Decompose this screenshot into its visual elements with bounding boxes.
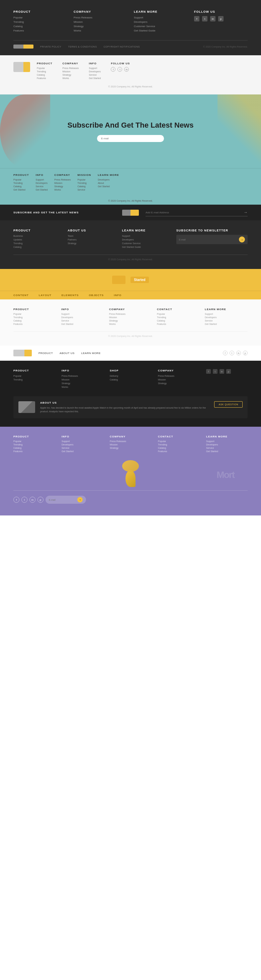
terms-link[interactable]: TERMS & CONDITIONS	[68, 46, 97, 48]
light5-info-link4[interactable]: Get Started	[61, 323, 104, 325]
light5-contact-link2[interactable]: Trending	[157, 316, 200, 318]
dark2-product-link1[interactable]: Business	[13, 235, 61, 237]
yellow-nav-content[interactable]: CONTENT	[13, 294, 29, 297]
teal-nav-info-link2[interactable]: Developers	[36, 182, 48, 184]
newsletter-email-input[interactable]	[179, 239, 239, 241]
light5-product-link4[interactable]: Features	[13, 323, 56, 325]
light5-info-link1[interactable]: Support	[61, 313, 104, 315]
yellow-nav-layout[interactable]: LAYOUT	[39, 294, 52, 297]
purple-pinterest-icon[interactable]: p	[38, 497, 43, 503]
yellow-nav-objects[interactable]: OBJECTS	[89, 294, 104, 297]
light5-contact-link3[interactable]: Catalog	[157, 320, 200, 322]
purple-contact-link1[interactable]: Popular	[158, 440, 199, 442]
dark3-info-link2[interactable]: Mission	[62, 379, 103, 381]
dark2-learn-link4[interactable]: Get Started Guide	[122, 246, 169, 248]
light5-info-link3[interactable]: Service	[61, 320, 104, 322]
newsletter-submit-button[interactable]: →	[239, 237, 245, 242]
footer-link-trending[interactable]: Trending	[13, 21, 67, 24]
dark3-shop-link1[interactable]: Delivery	[110, 375, 151, 377]
teal-nav-link-3[interactable]: Catalog	[13, 185, 29, 188]
purple-learnmore-link4[interactable]: Get Started	[206, 450, 248, 452]
purple-product-link1[interactable]: Popular	[13, 440, 55, 442]
purple-info-link3[interactable]: Service	[62, 447, 103, 449]
teal-nav-mission-link1[interactable]: Popular	[77, 178, 91, 181]
purple-search-button[interactable]: →	[77, 497, 83, 503]
teal-nav-mission-link4[interactable]: Service	[77, 189, 91, 191]
linkedin-icon[interactable]: in	[210, 16, 215, 21]
light-link-press[interactable]: Press Releases	[63, 67, 79, 69]
light5-company-link4[interactable]: Works	[109, 323, 152, 325]
footer-link-support[interactable]: Support	[134, 16, 187, 19]
ask-question-button[interactable]: ASK QUESTION	[214, 401, 243, 407]
purple-learnmore-link3[interactable]: Service	[206, 447, 248, 449]
teal-nav-company-link4[interactable]: Works	[54, 189, 71, 191]
dark3-info-link4[interactable]: Works	[62, 386, 103, 388]
purple-company-link3[interactable]: Strategy	[110, 447, 151, 449]
teal-nav-link-1[interactable]: Popular	[13, 178, 29, 181]
light5-product-link1[interactable]: Popular	[13, 313, 56, 315]
purple-contact-link3[interactable]: Catalog	[158, 447, 199, 449]
teal-nav-company-link3[interactable]: Strategy	[54, 185, 71, 188]
dark-bar-arrow-icon[interactable]: →	[244, 210, 248, 215]
pinterest-icon[interactable]: p	[218, 16, 223, 21]
light5-company-link3[interactable]: Strategy	[109, 320, 152, 322]
teal-nav-link-2[interactable]: Trending	[13, 182, 29, 184]
footer-link-mission[interactable]: Mission	[74, 21, 127, 24]
purple-twitter-icon[interactable]: t	[21, 497, 27, 503]
teal-nav-learnmore-link2[interactable]: About	[98, 182, 119, 184]
teal-nav-company-link2[interactable]: Mission	[54, 182, 71, 184]
light-twitter-icon[interactable]: t	[117, 67, 122, 72]
light5-product-link2[interactable]: Trending	[13, 316, 56, 318]
footer-link-strategy[interactable]: Strategy	[74, 25, 127, 28]
yellow-nav-info[interactable]: INFO	[114, 294, 122, 297]
facebook-icon[interactable]: f	[194, 16, 199, 21]
purple-learnmore-link2[interactable]: Developers	[206, 444, 248, 446]
dark3-shop-link2[interactable]: Catalog	[110, 379, 151, 381]
light5-contact-link4[interactable]: Features	[157, 323, 200, 325]
copyright-link[interactable]: COPYRIGHT NOTIFICATIONS	[104, 46, 140, 48]
light5-company-link1[interactable]: Press Releases	[109, 313, 152, 315]
nav-bar-product[interactable]: PRODUCT	[38, 352, 53, 355]
dark2-learn-link1[interactable]: Support	[122, 235, 169, 237]
teal-email-input[interactable]	[97, 135, 164, 142]
dark3-company-link1[interactable]: Press Releases	[158, 375, 199, 377]
purple-learnmore-link1[interactable]: Support	[206, 440, 248, 442]
teal-nav-link-4[interactable]: Get Started	[13, 189, 29, 191]
nav-facebook-icon[interactable]: f	[223, 351, 228, 355]
dark2-about-link2[interactable]: Partners	[68, 239, 115, 241]
light5-info-link2[interactable]: Developers	[61, 316, 104, 318]
footer-link-features[interactable]: Features	[13, 29, 67, 32]
footer-link-press[interactable]: Press Releases	[74, 16, 127, 19]
privacy-link[interactable]: PRIVATE POLICY	[40, 46, 62, 48]
dark3-product-link2[interactable]: Trending	[13, 379, 55, 381]
dark3-linkedin-icon[interactable]: in	[220, 369, 224, 374]
dark2-learn-link2[interactable]: Developers	[122, 239, 169, 241]
light5-learnmore-link4[interactable]: Get Started	[205, 323, 248, 325]
purple-product-link2[interactable]: Trending	[13, 444, 55, 446]
dark2-about-link1[interactable]: Team	[68, 235, 115, 237]
purple-contact-link4[interactable]: Features	[158, 450, 199, 452]
purple-product-link3[interactable]: Catalog	[13, 447, 55, 449]
dark2-product-link2[interactable]: Updates	[13, 239, 61, 241]
light5-learnmore-link1[interactable]: Support	[205, 313, 248, 315]
footer-link-getstarted[interactable]: Get Started Guide	[134, 29, 187, 32]
teal-nav-info-link1[interactable]: Support	[36, 178, 48, 181]
dark3-info-link3[interactable]: Strategy	[62, 382, 103, 385]
dark2-about-link3[interactable]: Strategy	[68, 242, 115, 245]
light-link-devs[interactable]: Developers	[89, 70, 101, 73]
dark2-product-link3[interactable]: Trending	[13, 242, 61, 245]
purple-product-link4[interactable]: Features	[13, 450, 55, 452]
light-link-support[interactable]: Support	[89, 67, 101, 69]
nav-twitter-icon[interactable]: t	[229, 351, 234, 355]
dark3-product-link1[interactable]: Popular	[13, 375, 55, 377]
light5-learnmore-link3[interactable]: Service	[205, 320, 248, 322]
footer-link-devs[interactable]: Developers	[134, 21, 187, 24]
dark3-twitter-icon[interactable]: t	[213, 369, 217, 374]
dark3-company-link3[interactable]: Strategy	[158, 382, 199, 385]
purple-search-input[interactable]	[49, 499, 76, 501]
dark3-company-link2[interactable]: Mission	[158, 379, 199, 381]
teal-nav-mission-link3[interactable]: Catalog	[77, 185, 91, 188]
teal-nav-mission-link2[interactable]: Trending	[77, 182, 91, 184]
nav-bar-aboutus[interactable]: ABOUT US	[60, 352, 74, 355]
yellow-nav-elements[interactable]: ELEMENTS	[62, 294, 79, 297]
